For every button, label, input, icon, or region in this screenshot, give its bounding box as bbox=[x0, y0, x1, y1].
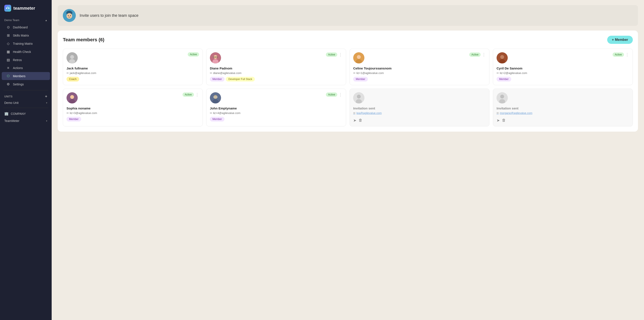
member-card: Active ⋮ Sophia noname ✉ liz+3@agilevalu… bbox=[63, 89, 203, 126]
team-section-header[interactable]: Demo Team ▲ bbox=[0, 15, 52, 23]
member-card-top: Active ⋮ bbox=[353, 52, 486, 63]
svg-point-6 bbox=[68, 15, 69, 16]
sidebar-item-label: Actions bbox=[13, 66, 23, 70]
sidebar-item-company[interactable]: 🏢 COMPANY bbox=[0, 110, 52, 118]
invitation-actions: ➤ 🗑 bbox=[353, 118, 486, 123]
role-tag: Member bbox=[496, 77, 511, 81]
svg-point-10 bbox=[69, 59, 75, 63]
units-label: UNITS bbox=[4, 95, 13, 98]
email-icon: ✉ bbox=[66, 112, 69, 115]
member-avatar bbox=[496, 52, 508, 63]
invite-avatar bbox=[63, 9, 76, 22]
member-menu-button[interactable]: ⋮ bbox=[338, 52, 342, 57]
sidebar-item-demo-unit[interactable]: Demo Unit ▾ bbox=[0, 100, 52, 106]
units-header: UNITS + bbox=[0, 92, 52, 100]
sidebar-item-label: Skills Matrix bbox=[13, 34, 29, 37]
member-name: Celine Toujourssansnom bbox=[353, 66, 486, 70]
delete-invitation-button[interactable]: 🗑 bbox=[358, 118, 362, 123]
sidebar-item-label: Health Check bbox=[13, 50, 31, 53]
status-badge: Active bbox=[326, 92, 337, 97]
svg-point-9 bbox=[70, 55, 74, 59]
team-section: Team members (6) + Member Active bbox=[58, 30, 638, 132]
sidebar-item-teammeter[interactable]: TeamMeter ▾ bbox=[0, 118, 52, 124]
member-card: Active ⋮ John Emptyname ✉ liz+4@agileval… bbox=[206, 89, 346, 126]
sidebar-item-actions[interactable]: ≡ Actions bbox=[2, 64, 50, 72]
member-menu-button[interactable]: ⋮ bbox=[482, 52, 486, 57]
app-logo-icon bbox=[4, 5, 11, 11]
member-name: Sophia noname bbox=[66, 106, 199, 110]
email-icon: ✉ bbox=[353, 112, 355, 115]
members-grid: Active Jack fullname ✉ jack@agilevalue.c… bbox=[63, 49, 633, 126]
role-tag: Member bbox=[66, 117, 81, 121]
email-icon: ✉ bbox=[66, 72, 69, 75]
team-title: Team members (6) bbox=[63, 37, 104, 42]
retros-icon: ▤ bbox=[6, 58, 10, 62]
delete-invitation-button[interactable]: 🗑 bbox=[502, 118, 506, 123]
sidebar-item-dashboard[interactable]: ⊙ Dashboard bbox=[2, 23, 50, 31]
sidebar-item-skills-matrix[interactable]: ⊞ Skills Matrix bbox=[2, 31, 50, 39]
member-name: Diane Padnom bbox=[210, 66, 342, 70]
training-matrix-icon: ◇ bbox=[6, 41, 10, 46]
member-status-area: Active ⋮ bbox=[612, 52, 629, 57]
status-badge: Active bbox=[326, 52, 337, 57]
member-menu-button[interactable]: ⋮ bbox=[625, 52, 629, 57]
member-card-top bbox=[353, 92, 486, 103]
sidebar-item-label: Dashboard bbox=[13, 25, 28, 29]
member-name: Jack fullname bbox=[66, 66, 199, 70]
invitation-email: ✉ morgane@agilevalue.com bbox=[496, 111, 629, 115]
sidebar-item-retros[interactable]: ▤ Retros bbox=[2, 56, 50, 64]
svg-point-18 bbox=[357, 55, 361, 59]
email-icon: ✉ bbox=[210, 72, 212, 75]
member-email: ✉ liz+3@agilevalue.com bbox=[66, 111, 199, 115]
member-email: ✉ liz+4@agilevalue.com bbox=[210, 111, 342, 115]
member-name: John Emptyname bbox=[210, 106, 342, 110]
role-tag: Coach bbox=[66, 77, 79, 81]
invite-banner[interactable]: Invite users to join the team space bbox=[58, 5, 638, 26]
sidebar-item-members[interactable]: ⚇ Members bbox=[2, 72, 50, 80]
member-avatar bbox=[210, 52, 221, 63]
member-avatar bbox=[66, 52, 78, 63]
resend-invitation-button[interactable]: ➤ bbox=[496, 118, 500, 123]
sidebar-divider-2 bbox=[4, 108, 48, 108]
invitation-card: Invitation sent ✉ morgane@agilevalue.com… bbox=[493, 89, 633, 126]
resend-invitation-button[interactable]: ➤ bbox=[353, 118, 356, 123]
invitation-card: Invitation sent ✉ lea@agilevalue.com ➤ 🗑 bbox=[350, 89, 490, 126]
sidebar-item-health-check[interactable]: ▦ Health Check bbox=[2, 48, 50, 56]
add-unit-button[interactable]: + bbox=[45, 94, 47, 99]
add-member-button[interactable]: + Member bbox=[607, 36, 633, 44]
svg-point-1 bbox=[8, 7, 10, 9]
invitation-sent-label: Invitation sent bbox=[353, 106, 486, 110]
main-content: Invite users to join the team space Team… bbox=[52, 0, 644, 320]
invitation-email: ✉ lea@agilevalue.com bbox=[353, 111, 486, 115]
invitation-sent-label: Invitation sent bbox=[496, 106, 629, 110]
company-icon: 🏢 bbox=[4, 112, 8, 116]
sidebar-item-training-matrix[interactable]: ◇ Training Matrix bbox=[2, 39, 50, 47]
member-email: ✉ liz+2@agilevalue.com bbox=[496, 71, 629, 75]
invitation-actions: ➤ 🗑 bbox=[496, 118, 629, 123]
role-tag: Member bbox=[353, 77, 368, 81]
demo-unit-label: Demo Unit bbox=[4, 101, 18, 104]
svg-point-7 bbox=[70, 15, 71, 16]
sidebar-item-label: Training Matrix bbox=[13, 42, 33, 45]
placeholder-avatar bbox=[496, 92, 508, 103]
status-badge: Active bbox=[182, 92, 194, 97]
health-check-icon: ▦ bbox=[6, 50, 10, 54]
dashboard-icon: ⊙ bbox=[6, 25, 10, 29]
company-nav-chevron-icon: ▾ bbox=[46, 120, 47, 122]
svg-point-2 bbox=[7, 6, 8, 8]
member-menu-button[interactable]: ⋮ bbox=[338, 92, 342, 97]
member-name: Cyril De Sannom bbox=[496, 66, 629, 70]
member-status-area: Active ⋮ bbox=[326, 52, 342, 57]
member-roles: Member bbox=[353, 77, 486, 81]
members-icon: ⚇ bbox=[6, 74, 10, 78]
member-roles: Member bbox=[66, 117, 199, 121]
member-card: Active ⋮ Diane Padnom ✉ diane@agilevalue… bbox=[206, 49, 346, 85]
member-menu-button[interactable]: ⋮ bbox=[195, 92, 199, 97]
svg-point-36 bbox=[500, 95, 504, 98]
member-status-area: Active ⋮ bbox=[469, 52, 486, 57]
app-name: teammeter bbox=[13, 6, 35, 11]
member-status-area: Active ⋮ bbox=[182, 92, 199, 97]
sidebar-item-settings[interactable]: ⚙ Settings bbox=[2, 80, 50, 88]
svg-point-24 bbox=[70, 95, 74, 99]
member-email: ✉ liz+1@agilevalue.com bbox=[353, 71, 486, 75]
